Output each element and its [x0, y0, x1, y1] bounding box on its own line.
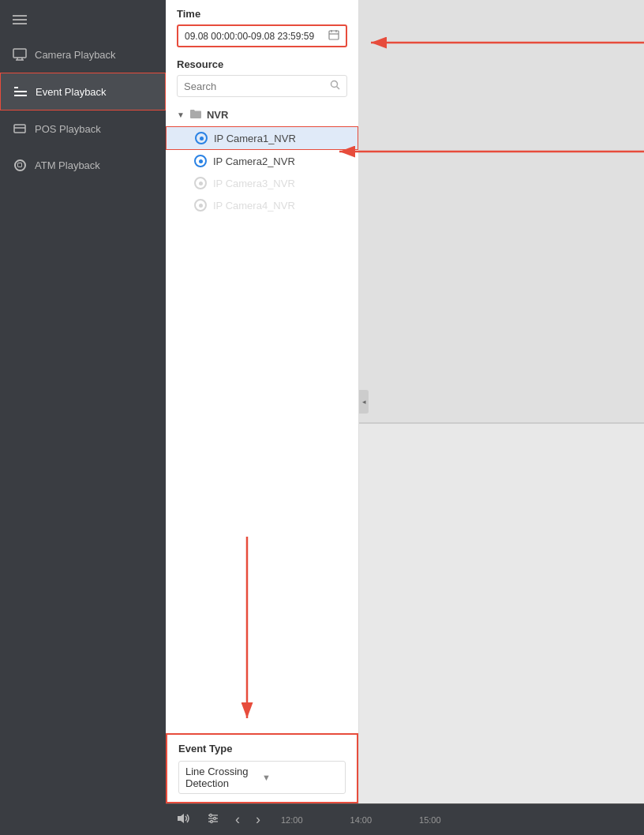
sidebar-item-camera-playback[interactable]: Camera Playback [0, 36, 166, 73]
video-top-area [359, 0, 644, 424]
chevron-icon: ▼ [177, 110, 185, 119]
camera-status-icon-2 [194, 155, 207, 167]
timeline-marks: 12:00 14:00 15:00 [281, 815, 441, 825]
right-panel: ◂ [359, 0, 644, 803]
collapse-handle[interactable]: ◂ [359, 390, 369, 414]
camera-label-4: IP Camera4_NVR [213, 200, 295, 212]
event-type-value: Line Crossing Detection [185, 766, 262, 789]
event-type-select[interactable]: Line Crossing Detection ▼ [178, 761, 346, 794]
settings-button[interactable] [204, 809, 223, 831]
sidebar-item-atm-playback[interactable]: ATM Playback [0, 147, 166, 183]
camera-item-2[interactable]: IP Camera2_NVR [166, 150, 358, 172]
left-panel: Time Resource [166, 0, 359, 803]
next-button[interactable]: › [253, 808, 264, 831]
timeline-mark-1: 12:00 [281, 815, 303, 825]
svg-point-18 [211, 820, 213, 822]
prev-button[interactable]: ‹ [232, 808, 243, 831]
camera-status-icon-3 [194, 177, 207, 189]
list-icon [13, 84, 28, 99]
resource-tree: ▼ NVR IP Camera1_NVR [166, 103, 358, 733]
monitor-icon [13, 47, 27, 62]
camera-item-1[interactable]: IP Camera1_NVR [166, 126, 358, 150]
search-row[interactable] [177, 75, 347, 97]
sidebar: Camera Playback Event Playback POS Playb… [0, 0, 166, 835]
sidebar-item-pos-playback[interactable]: POS Playback [0, 110, 166, 147]
sidebar-label-camera-playback: Camera Playback [35, 49, 116, 61]
time-input-row[interactable] [177, 24, 347, 47]
content-area: Time Resource [166, 0, 644, 803]
main-area: Time Resource [166, 0, 644, 835]
camera-label-1: IP Camera1_NVR [214, 133, 296, 144]
search-icon [330, 80, 340, 92]
volume-button[interactable] [174, 809, 194, 831]
camera-label-2: IP Camera2_NVR [213, 155, 295, 167]
svg-point-16 [210, 814, 212, 816]
calendar-icon[interactable] [328, 29, 339, 43]
svg-rect-0 [13, 49, 26, 58]
nvr-label: NVR [207, 109, 228, 121]
svg-point-17 [214, 817, 216, 819]
camera-item-3[interactable]: IP Camera3_NVR [166, 172, 358, 194]
camera-status-icon-1 [195, 132, 208, 144]
atm-icon [13, 158, 27, 172]
search-input[interactable] [184, 81, 330, 92]
svg-marker-12 [178, 814, 184, 823]
hamburger-menu[interactable] [0, 6, 166, 36]
svg-line-11 [337, 87, 340, 90]
event-type-section: Event Type Line Crossing Detection ▼ [166, 733, 358, 803]
dropdown-arrow-icon: ▼ [262, 773, 339, 782]
bottom-toolbar: ‹ › 12:00 14:00 15:00 [166, 803, 644, 835]
event-type-label: Event Type [178, 743, 346, 754]
resource-label: Resource [166, 55, 358, 75]
camera-item-4[interactable]: IP Camera4_NVR [166, 194, 358, 216]
camera-label-3: IP Camera3_NVR [213, 178, 295, 189]
timeline-mark-2: 14:00 [350, 815, 373, 825]
sidebar-item-event-playback[interactable]: Event Playback [0, 73, 166, 110]
sidebar-label-atm-playback: ATM Playback [35, 159, 100, 171]
svg-rect-6 [329, 31, 339, 39]
sidebar-label-event-playback: Event Playback [36, 86, 107, 98]
time-input[interactable] [185, 31, 328, 42]
timeline-area: 12:00 14:00 15:00 [273, 815, 636, 825]
tree-folder-nvr[interactable]: ▼ NVR [166, 103, 358, 126]
time-label: Time [166, 0, 358, 24]
pos-icon [13, 122, 27, 136]
svg-point-10 [331, 81, 338, 88]
timeline-mark-3: 15:00 [419, 815, 441, 825]
sidebar-label-pos-playback: POS Playback [35, 123, 101, 135]
video-bottom-area [359, 424, 644, 803]
camera-status-icon-4 [194, 199, 207, 212]
folder-icon [189, 108, 202, 122]
svg-rect-4 [14, 125, 25, 133]
